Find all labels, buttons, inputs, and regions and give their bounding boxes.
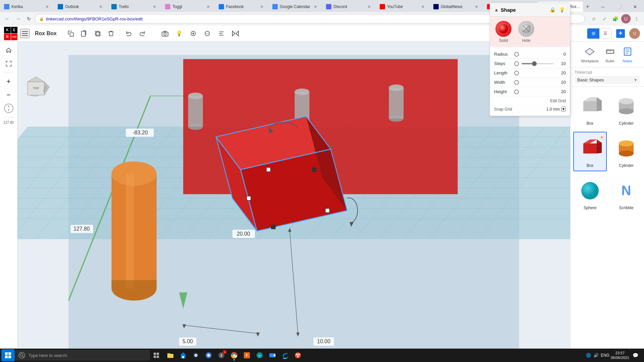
nav-cube-container[interactable]: TOP FRONT RIGHT <box>21 72 51 103</box>
steps-slider[interactable] <box>522 63 554 64</box>
steps-dot[interactable] <box>514 61 519 66</box>
tab-close[interactable]: ✕ <box>366 4 372 9</box>
list-view-button[interactable]: ☰ <box>599 28 611 39</box>
svg-rect-64 <box>112 280 157 288</box>
copy-button[interactable] <box>65 27 77 40</box>
width-dot[interactable] <box>514 80 519 85</box>
profile-button[interactable]: U <box>621 14 631 23</box>
snap-button[interactable] <box>187 27 199 40</box>
length-dot[interactable] <box>514 71 519 75</box>
network-icon[interactable]: 🌐 <box>585 352 592 358</box>
browser-tab-trello[interactable]: Trello ✕ <box>107 2 161 12</box>
shape-item-sphere[interactable]: Sphere <box>573 174 607 214</box>
signal-button[interactable] <box>203 349 215 361</box>
steps-slider-thumb[interactable] <box>532 61 537 66</box>
add-shapes-button[interactable]: + <box>614 27 627 40</box>
lightbulb-button[interactable]: 💡 <box>173 27 185 40</box>
notes-button[interactable]: Notes <box>620 44 635 64</box>
notification-button[interactable]: 💬 <box>631 351 640 360</box>
tab-close[interactable]: ✕ <box>205 4 211 9</box>
snap-grid-dropdown[interactable]: ▼ <box>561 107 566 112</box>
tab-close[interactable]: ✕ <box>313 4 318 9</box>
steam-button[interactable] <box>190 349 202 361</box>
new-tab-button[interactable]: + <box>583 2 592 11</box>
badge-button[interactable]: 2 2 <box>215 349 227 361</box>
browser-tab-discord[interactable]: Discord ✕ <box>322 2 376 12</box>
user-avatar[interactable]: U <box>629 28 640 39</box>
grid-button[interactable] <box>201 27 213 40</box>
refresh-button[interactable]: ↻ <box>24 14 34 23</box>
shape-item-scribble[interactable]: N Scribble <box>609 174 643 214</box>
height-value: 20 <box>556 89 566 94</box>
shape-item-cylinder-orange[interactable]: Cylinder <box>609 132 643 171</box>
fit-view-button[interactable] <box>3 58 15 70</box>
browser-tab-yt[interactable]: YouTube ✕ <box>376 2 429 12</box>
tab-close[interactable]: ✕ <box>581 4 583 9</box>
extension-checkmark[interactable]: ✓ <box>600 14 609 23</box>
back-button[interactable]: ← <box>3 14 12 23</box>
grid-view-button[interactable]: ⊞ <box>587 28 599 39</box>
browser-tab-gcal[interactable]: Google Calendar ✕ <box>268 2 322 12</box>
taskbar-clock[interactable]: 23:57 06/06/2021 <box>611 351 629 360</box>
browser-tab-global[interactable]: GlobalNews ✕ <box>429 2 483 12</box>
maximize-button[interactable]: ⬜ <box>611 2 627 12</box>
zoom-compass[interactable] <box>3 102 15 114</box>
ruler-button[interactable]: Ruler <box>603 44 618 64</box>
browser-tab-outlook[interactable]: Outlook ✕ <box>54 2 107 12</box>
menu-button[interactable]: ⋮ <box>632 14 641 23</box>
browser-tab-facebook[interactable]: Facebook ✕ <box>215 2 268 12</box>
taskbar-apps: 2 2 F ∞ <box>164 349 304 361</box>
camera-button[interactable] <box>159 27 171 40</box>
tab-close[interactable]: ✕ <box>98 4 103 9</box>
extensions-button[interactable]: 🧩 <box>610 14 620 23</box>
redo-button[interactable] <box>136 27 148 40</box>
edit-grid-button[interactable]: Edit Grid <box>550 99 566 103</box>
arduino-button[interactable]: ∞ <box>254 349 266 361</box>
volume-icon[interactable]: 🔊 <box>593 352 599 358</box>
start-button[interactable] <box>1 349 15 361</box>
height-dot[interactable] <box>514 89 519 94</box>
viewport[interactable]: 20.00 5.00 10.00 <box>17 42 570 362</box>
app-menu-button[interactable] <box>20 29 30 38</box>
minimize-button[interactable]: ─ <box>595 2 610 12</box>
project-title: Rox Box <box>35 31 57 37</box>
shape-item-box-red[interactable]: ★ Box <box>573 132 607 171</box>
tab-close[interactable]: ✕ <box>152 4 157 9</box>
home-view-button[interactable] <box>3 44 15 56</box>
fritzing-button[interactable]: F <box>241 349 253 361</box>
solid-option[interactable]: Solid <box>495 42 512 43</box>
taskview-button[interactable] <box>150 349 162 361</box>
tab-close[interactable]: ✕ <box>259 4 264 9</box>
zoom-out-button[interactable]: − <box>3 89 15 101</box>
delete-button[interactable] <box>105 27 117 40</box>
browser-tab-kerika[interactable]: Kerika ✕ <box>0 2 54 12</box>
chrome-button[interactable] <box>228 349 240 361</box>
tab-title: Discord <box>333 4 366 9</box>
radius-dot[interactable] <box>514 52 519 57</box>
undo-button[interactable] <box>123 27 135 40</box>
close-button[interactable]: ✕ <box>627 2 643 12</box>
forward-button[interactable]: → <box>13 14 23 23</box>
store-button[interactable] <box>177 349 189 361</box>
browser-tab-toggl[interactable]: Toggl ✕ <box>161 2 215 12</box>
paste-button[interactable] <box>78 27 90 40</box>
workplane-button[interactable]: Workplane <box>580 44 600 64</box>
taskbar-search[interactable]: Type here to search <box>15 350 150 360</box>
duplicate-button[interactable] <box>92 27 104 40</box>
tab-close[interactable]: ✕ <box>44 4 50 9</box>
edge-button[interactable] <box>279 349 291 361</box>
tab-close[interactable]: ✕ <box>420 4 425 9</box>
git-button[interactable] <box>292 349 304 361</box>
tab-close[interactable]: ✕ <box>474 4 479 9</box>
svg-line-149 <box>22 356 24 357</box>
bookmark-button[interactable]: ☆ <box>589 14 598 23</box>
mirror-button[interactable] <box>229 27 241 40</box>
align-button[interactable] <box>215 27 227 40</box>
zoom-in-button[interactable]: + <box>3 75 15 87</box>
file-explorer-button[interactable] <box>164 349 176 361</box>
hole-option[interactable]: Hole <box>518 42 534 43</box>
shape-item-cylinder-grey[interactable]: Cylinder <box>609 89 643 129</box>
zoom-button[interactable] <box>266 349 278 361</box>
shape-item-box-grey[interactable]: Box <box>573 89 607 129</box>
shapes-dropdown[interactable]: Basic Shapes ▼ <box>575 76 640 84</box>
